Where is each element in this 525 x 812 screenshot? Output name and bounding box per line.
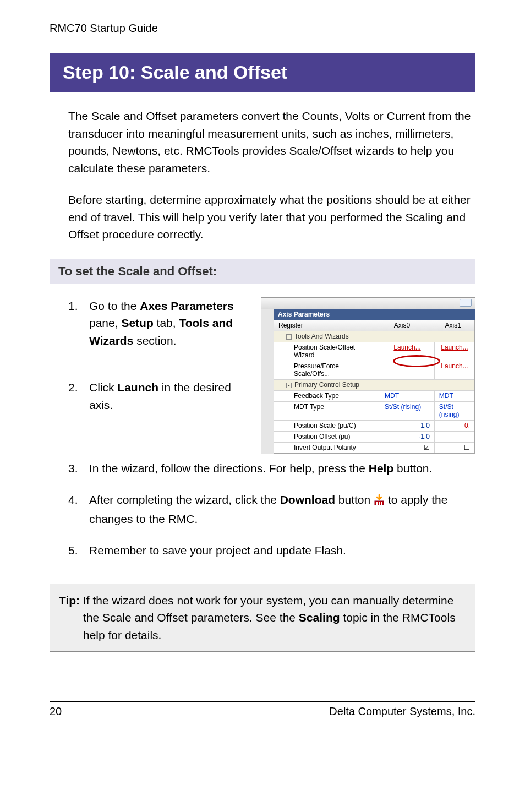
collapse-icon[interactable]: - [286, 334, 292, 340]
col-axis0: Axis0 [373, 320, 432, 331]
text: Click [89, 381, 117, 394]
step-text: After completing the wizard, click the D… [89, 491, 475, 527]
value-axis1[interactable]: MDT [435, 391, 474, 401]
checkbox-axis1[interactable]: ☐ [435, 443, 474, 453]
param-name: Pressure/Force Scale/Offs... [274, 361, 380, 379]
text: In the wizard, follow the directions. Fo… [89, 462, 369, 475]
step-text: Remember to save your project and update… [89, 542, 475, 559]
tip-label: Tip: [59, 592, 83, 644]
text: button. [393, 462, 432, 475]
row-position-scale: Position Scale (pu/C) 1.0 0. [274, 421, 474, 432]
group-tools-wizards[interactable]: -Tools And Wizards [274, 331, 474, 342]
bold-text: Launch [117, 381, 158, 394]
page-number: 20 [50, 705, 62, 718]
scroll-strip[interactable] [261, 309, 274, 454]
cell [380, 361, 435, 379]
text: pane, [89, 317, 121, 329]
bold-text: Setup [121, 317, 153, 329]
text: section. [133, 334, 176, 347]
value-axis1[interactable]: 0. [435, 421, 474, 431]
panel-title: Axis Parameters [274, 309, 475, 320]
bold-text: Scaling [299, 611, 340, 624]
page-footer: 20 Delta Computer Systems, Inc. [50, 701, 475, 718]
text: button [335, 493, 374, 506]
bold-text: Help [369, 462, 394, 475]
bold-text: Axes Parameters [140, 299, 233, 312]
group-primary-control[interactable]: -Primary Control Setup [274, 380, 474, 391]
window-button[interactable] [460, 299, 472, 307]
step-text: Click Launch in the desired axis. [89, 379, 245, 413]
col-register: Register [274, 320, 373, 331]
svg-rect-3 [381, 502, 382, 505]
checkbox-axis0[interactable]: ☑ [380, 443, 435, 453]
value-axis0[interactable]: St/St (rising) [380, 402, 435, 420]
step-2: 2. Click Launch in the desired axis. [68, 379, 245, 413]
step-4: 4. After completing the wizard, click th… [68, 491, 475, 527]
text: Tools And Wizards [294, 333, 349, 340]
step-number: 2. [68, 379, 89, 413]
row-feedback-type: Feedback Type MDT MDT [274, 391, 474, 402]
value-axis1[interactable] [435, 432, 474, 442]
text: After completing the wizard, click the [89, 493, 280, 506]
row-invert-polarity: Invert Output Polarity ☑ ☐ [274, 443, 474, 453]
text: tab, [154, 317, 179, 329]
step-1: 1. Go to the Axes Parameters pane, Setup… [68, 297, 245, 350]
step-number: 1. [68, 297, 89, 350]
step-text: In the wizard, follow the directions. Fo… [89, 460, 475, 477]
step-number: 4. [68, 491, 89, 527]
value-axis1[interactable]: St/St (rising) [435, 402, 474, 420]
text: Go to the [89, 299, 140, 312]
param-name: Position Offset (pu) [274, 432, 380, 442]
param-name: MDT Type [274, 402, 380, 420]
step-text: Go to the Axes Parameters pane, Setup ta… [89, 297, 245, 350]
tip-content: If the wizard does not work for your sys… [83, 592, 466, 644]
step-number: 5. [68, 542, 89, 559]
collapse-icon[interactable]: - [286, 383, 292, 388]
footer-org: Delta Computer Systems, Inc. [329, 705, 475, 718]
launch-link-axis0[interactable]: Launch... [380, 342, 435, 361]
step-5: 5. Remember to save your project and upd… [68, 542, 475, 559]
svg-rect-1 [376, 502, 378, 505]
paragraph-2: Before starting, determine approximately… [68, 191, 475, 243]
bold-text: Download [280, 493, 335, 506]
step-banner: Step 10: Scale and Offset [50, 53, 475, 92]
param-name: Feedback Type [274, 391, 380, 401]
row-position-offset: Position Offset (pu) -1.0 [274, 432, 474, 443]
param-name: Position Scale/Offset Wizard [274, 342, 380, 361]
text: Primary Control Setup [294, 381, 359, 389]
step-3: 3. In the wizard, follow the directions.… [68, 460, 475, 477]
group-label: -Tools And Wizards [274, 331, 376, 342]
param-name: Invert Output Polarity [274, 443, 380, 453]
paragraph-1: The Scale and Offset parameters convert … [68, 107, 475, 177]
value-axis0[interactable]: 1.0 [380, 421, 435, 431]
row-position-scale-wizard: Position Scale/Offset Wizard Launch... L… [274, 342, 474, 361]
value-axis0[interactable]: -1.0 [380, 432, 435, 442]
window-titlebar [261, 298, 475, 309]
step-number: 3. [68, 460, 89, 477]
value-axis0[interactable]: MDT [380, 391, 435, 401]
row-pressure-force-wizard: Pressure/Force Scale/Offs... Launch... [274, 361, 474, 380]
row-mdt-type: MDT Type St/St (rising) St/St (rising) [274, 402, 474, 421]
svg-rect-2 [379, 502, 380, 505]
launch-link-axis1[interactable]: Launch... [435, 361, 474, 379]
param-name: Position Scale (pu/C) [274, 421, 380, 431]
subheading: To set the Scale and Offset: [50, 259, 475, 284]
tip-box: Tip: If the wizard does not work for you… [50, 584, 475, 652]
launch-link-axis1[interactable]: Launch... [435, 342, 474, 361]
column-headers: Register Axis0 Axis1 [274, 320, 474, 331]
document-header: RMC70 Startup Guide [50, 22, 475, 37]
axis-parameters-screenshot: Axis Parameters Register Axis0 Axis1 -To… [261, 297, 475, 454]
download-icon [374, 493, 385, 510]
group-label: -Primary Control Setup [274, 380, 376, 390]
col-axis1: Axis1 [431, 320, 474, 331]
